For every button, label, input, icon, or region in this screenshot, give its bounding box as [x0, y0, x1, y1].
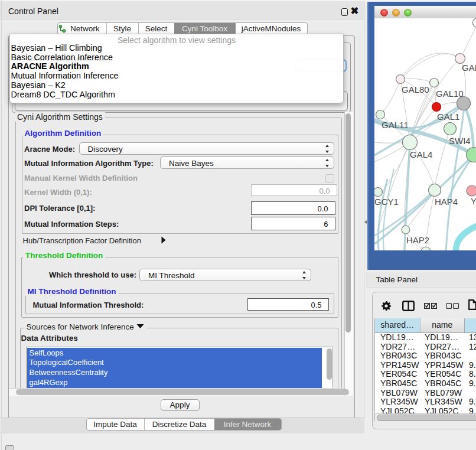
- svg-text:GAL10: GAL10: [436, 89, 464, 99]
- svg-text:HAP2: HAP2: [406, 235, 429, 245]
- svg-text:GAL80: GAL80: [402, 84, 429, 94]
- svg-text:GAL4: GAL4: [410, 149, 432, 159]
- svg-text:GAL1: GAL1: [437, 112, 459, 122]
- svg-text:SWI4: SWI4: [449, 136, 471, 146]
- svg-text:GAL: GAL: [462, 63, 476, 73]
- svg-text:GCY1: GCY1: [374, 197, 399, 207]
- svg-text:GAL11: GAL11: [382, 120, 409, 130]
- svg-text:HAP4: HAP4: [435, 197, 458, 207]
- svg-text:Y: Y: [471, 196, 476, 206]
